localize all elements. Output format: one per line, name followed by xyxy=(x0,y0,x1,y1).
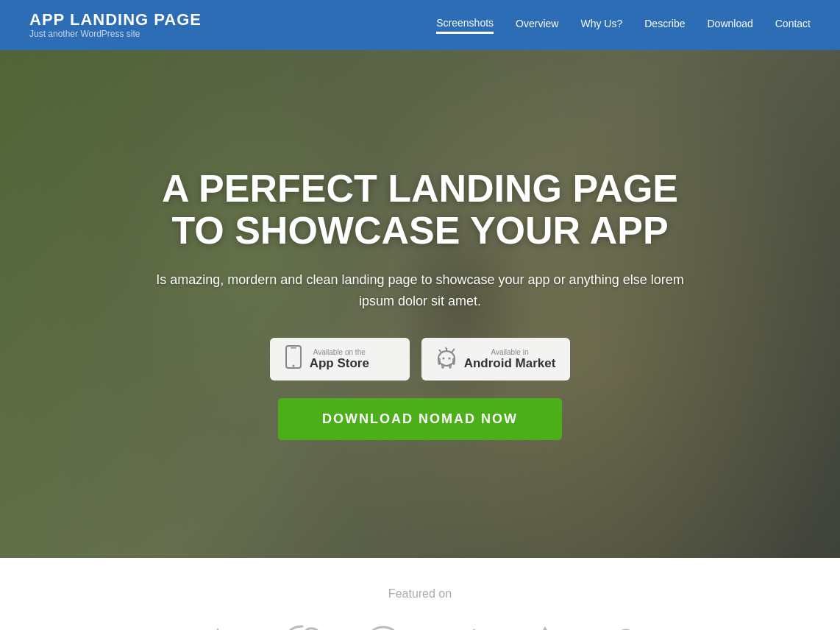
hero-content: A PERFECT LANDING PAGE TO SHOWCASE YOUR … xyxy=(133,168,707,441)
svg-point-2 xyxy=(292,365,294,367)
nav-whyus[interactable]: Why Us? xyxy=(580,18,622,32)
nav-screenshots[interactable]: Screenshots xyxy=(436,17,494,34)
appstore-text: Available on the App Store xyxy=(310,348,369,371)
svg-point-3 xyxy=(438,351,455,366)
appstore-button[interactable]: Available on the App Store xyxy=(270,338,410,381)
phone-icon xyxy=(285,345,302,373)
svg-point-9 xyxy=(445,347,446,349)
featured-label: Featured on xyxy=(0,587,840,601)
site-subtitle: Just another WordPress site xyxy=(29,29,202,39)
nav-overview[interactable]: Overview xyxy=(516,18,558,32)
download-button[interactable]: DOWNLOAD NOMAD NOW xyxy=(278,398,562,440)
store-buttons: Available on the App Store xyxy=(148,338,692,381)
android-text: Available in Android Market xyxy=(464,348,556,371)
nav-contact[interactable]: Contact xyxy=(775,18,811,32)
appstore-name: App Store xyxy=(310,356,369,370)
svg-rect-13 xyxy=(442,364,444,368)
nav-describe[interactable]: Describe xyxy=(644,18,685,32)
featured-logos xyxy=(0,623,840,630)
site-title: APP LANDING PAGE xyxy=(29,11,202,29)
hero-subtitle: Is amazing, mordern and clean landing pa… xyxy=(148,269,692,312)
svg-rect-1 xyxy=(291,347,296,349)
featured-logo-1 xyxy=(192,626,243,630)
hero-title: A PERFECT LANDING PAGE TO SHOWCASE YOUR … xyxy=(148,168,692,252)
featured-logo-5 xyxy=(523,623,567,630)
android-icon xyxy=(436,345,457,373)
featured-logo-2 xyxy=(280,623,324,630)
svg-point-10 xyxy=(453,349,455,350)
main-nav: Screenshots Overview Why Us? Describe Do… xyxy=(436,17,811,34)
featured-section: Featured on xyxy=(0,558,840,630)
site-header: APP LANDING PAGE Just another WordPress … xyxy=(0,0,840,50)
svg-point-17 xyxy=(366,627,401,630)
android-name: Android Market xyxy=(464,356,556,370)
featured-logo-4 xyxy=(442,623,486,630)
svg-line-8 xyxy=(452,350,454,353)
svg-line-7 xyxy=(439,350,441,353)
featured-logo-3 xyxy=(361,623,405,630)
svg-point-5 xyxy=(448,358,450,360)
svg-point-4 xyxy=(442,358,444,360)
featured-logo-6 xyxy=(604,623,648,630)
android-button[interactable]: Available in Android Market xyxy=(421,338,571,381)
svg-rect-14 xyxy=(449,364,451,368)
android-label: Available in xyxy=(464,348,556,356)
nav-download[interactable]: Download xyxy=(707,18,752,32)
appstore-label: Available on the xyxy=(310,348,369,356)
brand: APP LANDING PAGE Just another WordPress … xyxy=(29,11,202,39)
hero-section: A PERFECT LANDING PAGE TO SHOWCASE YOUR … xyxy=(0,50,840,558)
